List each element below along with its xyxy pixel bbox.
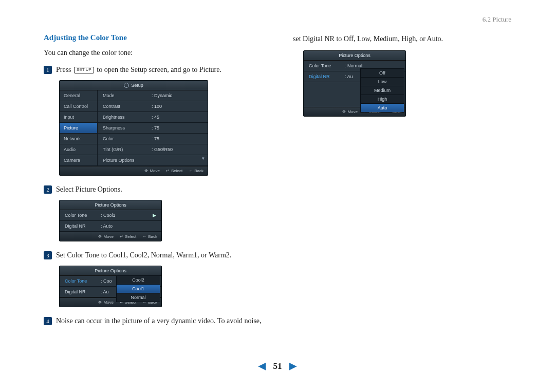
step-badge-1: 1 [44, 66, 52, 74]
sidebar-item-audio[interactable]: Audio [60, 144, 97, 155]
row-tint[interactable]: Tint (G/R): G50/R50 [98, 144, 208, 155]
osd-title-text: Setup [131, 83, 143, 88]
right-column-text: set Digital NR to Off, Low, Medium, High… [293, 33, 514, 44]
sidebar-item-network[interactable]: Network [60, 134, 97, 144]
hint-select: ↵ Select [120, 234, 136, 239]
step-3: 3 Set Color Tone to Cool1, Cool2, Normal… [44, 250, 275, 260]
popup-item-low[interactable]: Low [361, 78, 404, 86]
gear-icon [124, 83, 129, 88]
osd-picture-options-3: Picture Options Color Tone: Normal Digit… [303, 50, 406, 117]
popup-item-off[interactable]: Off [361, 69, 404, 78]
step1-text-b: to open the Setup screen, and go to Pict… [97, 66, 221, 73]
row-sharpness[interactable]: Sharpness: 75 [98, 123, 208, 134]
sidebar-item-general[interactable]: General [60, 90, 97, 101]
setup-key-icon: SET UP [74, 67, 94, 73]
osd-setup-panel: Setup General Call Control Input Picture… [59, 80, 208, 176]
row-digitalnr[interactable]: Digital NR: Auto [60, 221, 161, 232]
breadcrumb: 6.2 Picture [483, 15, 511, 24]
step-badge-2: 2 [44, 185, 52, 194]
row-brightness[interactable]: Brightness: 45 [98, 112, 208, 123]
sidebar-item-camera[interactable]: Camera [60, 155, 97, 166]
popup-item-auto[interactable]: Auto [361, 104, 404, 112]
page-number: 51 [273, 361, 282, 371]
step1-text-a: Press [56, 66, 71, 73]
hint-move: ✥ Move [342, 109, 358, 114]
chevron-down-icon: ▾ [202, 156, 205, 161]
step4-text: Noise can occur in the picture of a very… [56, 315, 262, 326]
osd-picture-options-2: Picture Options Color Tone: Coo Digital … [59, 266, 162, 307]
osd4-title: Picture Options [339, 53, 371, 58]
row-colortone[interactable]: Color Tone: Cool1▶ [60, 210, 161, 221]
popup-item-normal[interactable]: Normal [117, 293, 160, 302]
osd2-title: Picture Options [95, 202, 126, 208]
popup-item-medium[interactable]: Medium [361, 86, 404, 95]
row-contrast[interactable]: Contrast: 100 [98, 101, 208, 112]
popup-item-high[interactable]: High [361, 95, 404, 104]
step-2: 2 Select Picture Options. [44, 184, 275, 195]
osd3-title: Picture Options [95, 268, 126, 273]
sidebar-item-input[interactable]: Input [60, 112, 97, 123]
digitalnr-popup: Off Low Medium High Auto [360, 68, 404, 113]
osd-title: Setup [60, 81, 208, 90]
step-badge-4: 4 [44, 317, 52, 325]
chevron-right-icon: ▶ [153, 213, 156, 218]
intro-text: You can change the color tone: [44, 47, 275, 58]
step2-text: Select Picture Options. [56, 184, 122, 195]
row-color[interactable]: Color: 75 [98, 134, 208, 144]
page-navigation: ◀ 51 ▶ [0, 360, 555, 371]
osd-picture-options-1: Picture Options Color Tone: Cool1▶ Digit… [59, 200, 162, 241]
prev-page-button[interactable]: ◀ [253, 361, 271, 371]
row-picture-options[interactable]: Picture Options [98, 155, 208, 166]
popup-item-cool1[interactable]: Cool1 [117, 285, 160, 293]
hint-move: ✥ Move [98, 300, 114, 305]
sidebar-item-picture[interactable]: Picture [60, 123, 97, 134]
next-page-button[interactable]: ▶ [284, 361, 302, 371]
section-heading: Adjusting the Color Tone [44, 33, 275, 42]
row-mode[interactable]: Mode: Dynamic [98, 90, 208, 101]
step-4: 4 Noise can occur in the picture of a ve… [44, 315, 275, 326]
hint-select: ↵ Select [166, 169, 182, 173]
hint-move: ✥ Move [98, 234, 114, 239]
step3-text: Set Color Tone to Cool1, Cool2, Normal, … [56, 250, 231, 260]
hint-back: ← Back [189, 169, 203, 173]
sidebar-item-callcontrol[interactable]: Call Control [60, 101, 97, 112]
popup-item-cool2[interactable]: Cool2 [117, 276, 160, 285]
step-1: 1 Press SET UP to open the Setup screen,… [44, 64, 275, 75]
step-badge-3: 3 [44, 251, 52, 259]
colortone-popup: Cool2 Cool1 Normal [116, 275, 160, 302]
hint-move: ✥ Move [144, 169, 160, 173]
hint-back: ← Back [142, 234, 157, 239]
